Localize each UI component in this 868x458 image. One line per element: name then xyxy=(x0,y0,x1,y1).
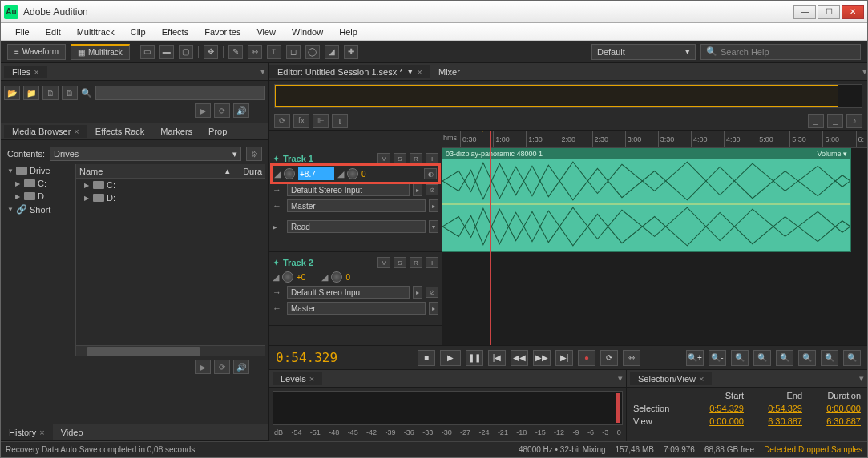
pan-knob[interactable] xyxy=(331,271,342,283)
skip-selection-button[interactable]: ⇿ xyxy=(623,350,640,366)
pause-button[interactable]: ❚❚ xyxy=(466,350,483,366)
volume-knob[interactable] xyxy=(284,168,295,179)
output-select[interactable]: Master xyxy=(287,199,426,212)
record-arm-button[interactable]: R xyxy=(410,153,422,164)
mixer-tab[interactable]: Mixer xyxy=(430,66,468,78)
h-scrollbar[interactable] xyxy=(76,345,265,356)
pan-value[interactable]: 0 xyxy=(345,273,350,282)
close-icon[interactable]: × xyxy=(699,374,704,384)
levels-tab[interactable]: Levels × xyxy=(273,372,322,385)
close-button[interactable]: ✕ xyxy=(842,5,864,19)
zoom-in-v-button[interactable]: 🔍 xyxy=(776,350,793,366)
mute-button[interactable]: M xyxy=(377,257,390,268)
panel-menu-icon[interactable]: ▾ xyxy=(618,373,623,384)
menu-edit[interactable]: Edit xyxy=(38,26,69,38)
duration-column-header[interactable]: Dura xyxy=(230,167,262,176)
selection-view-tab[interactable]: Selection/View × xyxy=(630,372,712,385)
video-tab[interactable]: Video xyxy=(53,424,91,440)
record-arm-button[interactable]: R xyxy=(410,257,422,268)
input-caret[interactable]: ▸ xyxy=(413,183,422,196)
files-tab[interactable]: Files × xyxy=(4,66,47,78)
editor-tab[interactable]: Editor: Untitled Session 1.sesx * ▾ × xyxy=(269,65,430,78)
menu-window[interactable]: Window xyxy=(284,26,331,38)
expand-icon[interactable]: ▶ xyxy=(84,182,91,189)
history-tab[interactable]: History × xyxy=(1,424,53,440)
play-preview-icon[interactable]: ▶ xyxy=(195,360,211,374)
waveform-mode-button[interactable]: ≡ Waveform xyxy=(7,44,66,60)
files-search-input[interactable] xyxy=(95,86,265,100)
autoplay-icon[interactable]: 🔊 xyxy=(233,360,249,374)
zoom-out-button[interactable]: 🔍- xyxy=(709,350,726,366)
preview-icon[interactable]: ▢ xyxy=(179,45,193,59)
view-start[interactable]: 0:00.000 xyxy=(692,416,744,426)
lasso-icon[interactable]: ◯ xyxy=(305,45,320,59)
spectral-freq-icon[interactable]: ▭ xyxy=(140,45,155,59)
zoom-full-button[interactable]: 🔍 xyxy=(731,350,749,366)
volume-value[interactable]: +8.7 xyxy=(298,167,334,180)
mono-button[interactable]: ⊘ xyxy=(426,287,438,298)
mb-tool-icon[interactable]: ⚙ xyxy=(246,147,262,161)
zoom-in-point-button[interactable]: 🔍 xyxy=(821,350,838,366)
input-select[interactable]: Default Stereo Input xyxy=(287,286,410,299)
minimize-button[interactable]: — xyxy=(793,5,816,19)
tree-item-c[interactable]: ▶ C: xyxy=(4,177,75,190)
loop-playback-button[interactable]: ⟳ xyxy=(600,350,618,366)
zoom-out-point-button[interactable]: 🔍 xyxy=(843,350,861,366)
loop-preview-icon[interactable]: ⟳ xyxy=(214,103,230,118)
list-item-d[interactable]: ▶ D: xyxy=(76,191,265,204)
monitor-button[interactable]: I xyxy=(426,153,438,164)
contents-select[interactable]: Drives ▾ xyxy=(50,147,241,161)
razor-tool-icon[interactable]: ✎ xyxy=(228,45,243,59)
panel-menu-icon[interactable]: ▾ xyxy=(862,66,867,77)
menu-effects[interactable]: Effects xyxy=(154,26,196,38)
automation-mode-select[interactable]: Read xyxy=(287,220,426,233)
name-column-header[interactable]: Name xyxy=(79,167,225,176)
expand-icon[interactable]: ▶ xyxy=(84,195,91,202)
selection-start[interactable]: 0:54.329 xyxy=(692,404,744,413)
expand-icon[interactable]: ▶ xyxy=(15,193,22,200)
input-caret[interactable]: ▸ xyxy=(413,286,422,299)
tree-item-shortcuts[interactable]: ▼ 🔗 Short xyxy=(4,203,75,216)
close-icon[interactable]: × xyxy=(34,67,38,77)
new-multitrack-icon[interactable]: 🗎 xyxy=(62,86,78,100)
loop-preview-icon[interactable]: ⟳ xyxy=(214,360,230,374)
menu-multitrack[interactable]: Multitrack xyxy=(69,26,123,38)
properties-tab[interactable]: Prop xyxy=(200,125,235,138)
menu-file[interactable]: File xyxy=(7,26,38,38)
record-button[interactable]: ● xyxy=(578,350,595,366)
forward-button[interactable]: ▶▶ xyxy=(533,350,551,366)
time-select-icon[interactable]: 𝙸 xyxy=(267,45,281,59)
slip-tool-icon[interactable]: ⇿ xyxy=(248,45,262,59)
snap-to-icon[interactable]: ⎯ xyxy=(827,114,843,128)
autoplay-icon[interactable]: 🔊 xyxy=(233,103,249,118)
solo-button[interactable]: S xyxy=(394,153,406,164)
new-audio-icon[interactable]: 🗎 xyxy=(42,86,59,100)
snap-icon[interactable]: ⎯ xyxy=(808,114,824,128)
expand-icon[interactable]: ▶ xyxy=(15,180,22,187)
tree-item-drives[interactable]: ▼ Drive xyxy=(4,164,75,177)
phase-button[interactable]: ◐ xyxy=(424,168,437,179)
close-icon[interactable]: × xyxy=(74,127,79,136)
close-icon[interactable]: × xyxy=(39,428,44,437)
overview-viewport[interactable] xyxy=(275,85,838,107)
play-preview-icon[interactable]: ▶ xyxy=(195,103,211,118)
track-name[interactable]: Track 2 xyxy=(283,258,313,267)
open-file-icon[interactable]: 📂 xyxy=(4,86,20,100)
output-caret[interactable]: ▸ xyxy=(429,302,438,315)
menu-view[interactable]: View xyxy=(248,26,284,38)
metronome-icon[interactable]: ♪ xyxy=(846,114,862,128)
playhead[interactable] xyxy=(482,131,482,345)
pan-value[interactable]: 0 xyxy=(361,170,366,179)
close-icon[interactable]: × xyxy=(418,67,422,77)
expand-icon[interactable]: ▼ xyxy=(7,167,14,175)
selection-end[interactable]: 0:54.329 xyxy=(750,404,802,413)
move-tool-icon[interactable]: ✥ xyxy=(204,45,218,59)
selection-duration[interactable]: 0:00.000 xyxy=(809,404,861,413)
eq-icon[interactable]: ⫿ xyxy=(332,114,348,128)
brush-icon[interactable]: ◢ xyxy=(325,45,339,59)
level-meter[interactable] xyxy=(273,391,623,425)
view-end[interactable]: 6:30.887 xyxy=(750,416,802,426)
overview-bar[interactable]: ⤢ xyxy=(274,84,862,108)
workspace-select[interactable]: Default ▾ xyxy=(591,44,696,60)
search-help[interactable]: 🔍 Search Help xyxy=(700,44,861,60)
